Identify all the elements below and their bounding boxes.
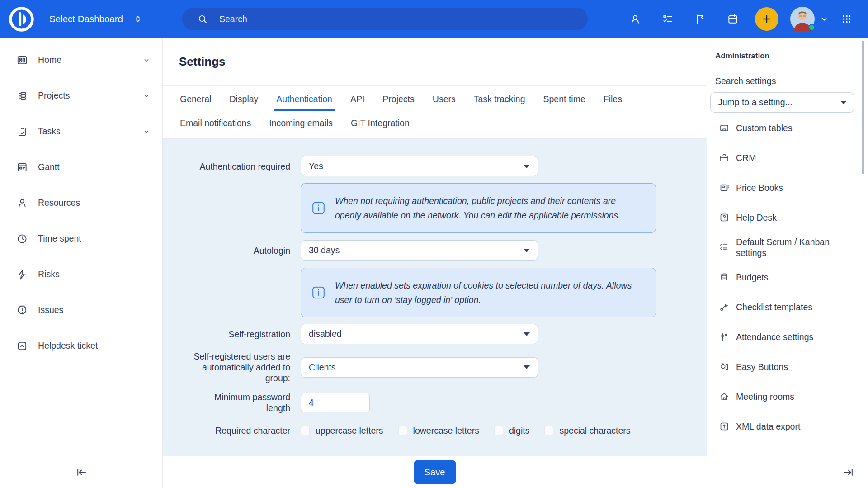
checklist-icon[interactable] xyxy=(662,13,674,25)
admin-item-help-desk[interactable]: Help Desk xyxy=(707,203,868,232)
collapse-sidebar-left-icon[interactable] xyxy=(75,466,88,479)
settings-tabs: GeneralDisplayAuthenticationAPIProjectsU… xyxy=(163,86,707,139)
admin-item-default-scrum-kanban-settings[interactable]: Default Scrum / Kanban settings xyxy=(707,232,868,262)
tab-task-tracking[interactable]: Task tracking xyxy=(473,94,526,104)
chevron-down-icon[interactable] xyxy=(142,128,151,136)
admin-item-attendance-settings[interactable]: Attendance settings xyxy=(707,322,868,352)
admin-item-label: Budgets xyxy=(736,272,769,283)
admin-item-meeting-rooms[interactable]: Meeting rooms xyxy=(707,382,868,412)
checkbox-digits[interactable] xyxy=(494,426,503,435)
tab-display[interactable]: Display xyxy=(228,94,259,104)
autologin-info-text: When enabled sets expiration of cookies … xyxy=(335,280,632,305)
admin-item-label: Meeting rooms xyxy=(736,391,794,402)
checkbox-option-digits[interactable]: digits xyxy=(494,426,530,436)
admin-item-custom-tables[interactable]: Custom tables xyxy=(707,113,868,143)
sliders-icon xyxy=(719,332,730,342)
sidebar-item-label: Tasks xyxy=(38,126,61,137)
flag-icon[interactable] xyxy=(694,13,706,25)
dashboard-selector[interactable]: Select Dashboard xyxy=(49,14,143,24)
authentication-required-select[interactable]: Yes xyxy=(301,156,538,176)
tab-projects[interactable]: Projects xyxy=(382,94,415,104)
add-button[interactable] xyxy=(755,7,778,31)
admin-item-label: Help Desk xyxy=(736,212,777,223)
checkbox-lowercase-letters[interactable] xyxy=(398,426,407,435)
sidebar-item-issues[interactable]: Issues xyxy=(0,292,162,328)
form-row-self-registration: Self-registration disabled xyxy=(172,324,707,344)
checkbox-special-characters[interactable] xyxy=(544,426,553,435)
apps-grid-icon[interactable] xyxy=(841,13,853,25)
sidebar-footer xyxy=(0,456,162,488)
save-button[interactable]: Save xyxy=(414,460,456,484)
sidebar-item-gantt[interactable]: Gantt xyxy=(0,149,162,185)
user-avatar[interactable] xyxy=(790,7,815,31)
select-caret-icon xyxy=(524,165,530,168)
checkbox-option-special-characters[interactable]: special characters xyxy=(544,426,630,436)
panel-scrollbar[interactable] xyxy=(862,41,864,174)
page-header: Settings xyxy=(163,38,707,86)
collapse-sidebar-right-icon[interactable] xyxy=(842,466,854,479)
self-registration-select[interactable]: disabled xyxy=(301,324,538,344)
house-icon xyxy=(719,391,730,402)
autologin-select[interactable]: 30 days xyxy=(301,240,538,261)
coins-icon xyxy=(719,272,730,283)
checkbox-option-lowercase-letters[interactable]: lowercase letters xyxy=(398,426,479,436)
home-icon xyxy=(16,54,28,66)
sidebar-item-label: Projects xyxy=(38,90,70,101)
form-row-min-password: Minimum password length xyxy=(172,392,707,413)
global-search-input[interactable]: Search xyxy=(182,8,588,30)
sidebar-item-helpdesk-ticket[interactable]: Helpdesk ticket xyxy=(0,328,162,364)
admin-item-crm[interactable]: CRM xyxy=(707,143,868,173)
form-footer: Save xyxy=(163,456,707,488)
chevron-down-icon[interactable] xyxy=(142,56,151,64)
checkbox-label: uppercase letters xyxy=(316,426,383,436)
sidebar-item-time-spent[interactable]: Time spent xyxy=(0,221,162,256)
sidebar-item-projects[interactable]: Projects xyxy=(0,78,162,114)
admin-item-checklist-templates[interactable]: Checklist templates xyxy=(707,292,868,322)
app-logo-icon[interactable] xyxy=(8,5,35,33)
checkbox-uppercase-letters[interactable] xyxy=(301,426,310,435)
tab-authentication[interactable]: Authentication xyxy=(275,94,333,104)
sidebar-item-tasks[interactable]: Tasks xyxy=(0,114,162,149)
authentication-required-label: Authentication required xyxy=(172,161,290,172)
price-books-icon xyxy=(719,182,730,193)
checkbox-label: special characters xyxy=(559,426,630,436)
jump-to-setting-select[interactable]: Jump to a setting... xyxy=(710,92,854,113)
sidebar-item-resources[interactable]: Resources xyxy=(0,185,162,221)
admin-item-budgets[interactable]: Budgets xyxy=(707,262,868,292)
panel-footer xyxy=(707,456,868,488)
tab-email-notifications[interactable]: Email notifications xyxy=(179,118,252,128)
select-caret-icon xyxy=(524,249,530,252)
admin-item-xml-data-export[interactable]: XML data export xyxy=(707,412,868,441)
required-character-options: uppercase letterslowercase lettersdigits… xyxy=(301,426,656,436)
tabs-row-1: GeneralDisplayAuthenticationAPIProjectsU… xyxy=(179,86,690,112)
sidebar-item-home[interactable]: Home xyxy=(0,42,162,78)
min-password-length-input[interactable] xyxy=(301,393,370,412)
chevron-down-icon[interactable] xyxy=(142,92,151,100)
tab-api[interactable]: API xyxy=(349,94,365,104)
clock-icon xyxy=(16,233,28,245)
user-icon[interactable] xyxy=(629,13,641,25)
tab-general[interactable]: General xyxy=(179,94,212,104)
search-settings-label: Search settings xyxy=(715,76,868,86)
checkbox-option-uppercase-letters[interactable]: uppercase letters xyxy=(301,426,383,436)
sidebar-item-label: Risks xyxy=(38,269,60,280)
tabs-row-2: Email notificationsIncoming emailsGIT In… xyxy=(179,112,690,134)
tab-incoming-emails[interactable]: Incoming emails xyxy=(268,118,334,128)
tab-files[interactable]: Files xyxy=(603,94,623,104)
administration-items: Custom tablesCRMPrice BooksHelp DeskDefa… xyxy=(707,113,868,441)
tab-users[interactable]: Users xyxy=(432,94,457,104)
sidebar-item-label: Helpdesk ticket xyxy=(38,341,98,351)
tab-spent-time[interactable]: Spent time xyxy=(542,94,586,104)
edit-permissions-link[interactable]: edit the applicable permissions xyxy=(498,210,618,220)
tab-git-integration[interactable]: GIT Integration xyxy=(350,118,410,128)
administration-panel-body: Administration Search settings Jump to a… xyxy=(707,38,868,456)
admin-item-price-books[interactable]: Price Books xyxy=(707,173,868,203)
self-registered-group-value: Clients xyxy=(309,362,336,373)
self-registered-group-select[interactable]: Clients xyxy=(301,357,538,378)
chevron-down-icon[interactable] xyxy=(819,14,829,24)
autologin-info-box: When enabled sets expiration of cookies … xyxy=(301,268,656,317)
admin-item-easy-buttons[interactable]: Easy Buttons xyxy=(707,352,868,382)
calendar-icon[interactable] xyxy=(727,13,739,25)
sidebar-item-risks[interactable]: Risks xyxy=(0,256,162,292)
jump-to-setting-placeholder: Jump to a setting... xyxy=(718,97,793,108)
